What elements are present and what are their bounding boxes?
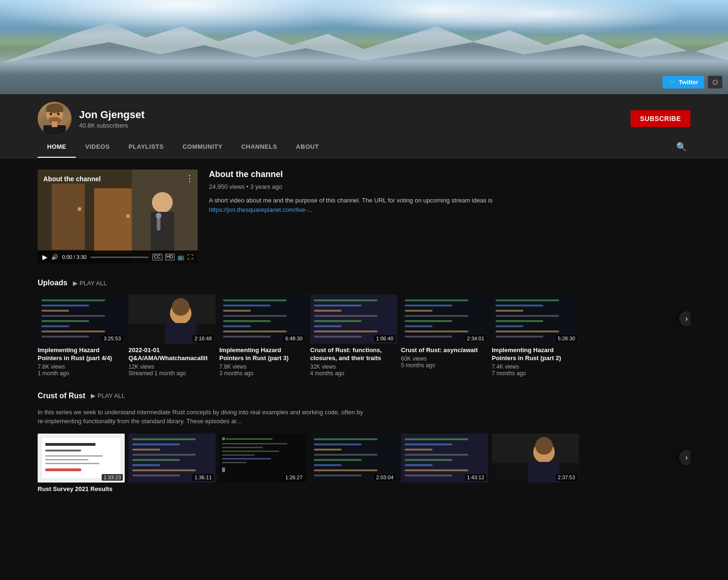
svg-rect-18 <box>132 169 198 264</box>
search-icon[interactable]: 🔍 <box>672 136 690 158</box>
video-views: 12K views <box>128 363 216 370</box>
video-thumbnail: 5:28:30 <box>492 295 579 344</box>
tab-community[interactable]: COMMUNITY <box>173 136 232 158</box>
crust-of-rust-title: Crust of Rust <box>38 392 85 400</box>
svg-rect-99 <box>314 449 342 451</box>
list-item[interactable]: 6:48:30 Implementing Hazard Pointers in … <box>219 295 306 377</box>
crust-play-all[interactable]: ▶ PLAY ALL <box>91 392 125 399</box>
airplay-button[interactable]: 📺 <box>177 254 184 260</box>
channel-identity: Jon Gjengset 40.8K subscribers <box>38 102 144 136</box>
channel-banner: 🐦 Twitter ⬡ <box>0 0 728 94</box>
video-thumbnail: 1:26:27 <box>219 434 306 483</box>
list-item[interactable]: 1:06:40 Crust of Rust: functions, closur… <box>310 295 397 377</box>
tab-videos[interactable]: VIDEOS <box>76 136 119 158</box>
list-item[interactable]: 3:25:53 Implementing Hazard Pointers in … <box>38 295 125 377</box>
svg-rect-110 <box>405 459 452 461</box>
video-thumbnail: 2:16:48 <box>128 295 216 344</box>
video-duration: 6:48:30 <box>283 335 304 342</box>
svg-rect-21 <box>41 305 89 306</box>
video-duration: 1:43:12 <box>465 474 486 481</box>
uploads-play-all[interactable]: ▶ PLAY ALL <box>73 280 107 287</box>
video-views: 7.4K views <box>492 363 579 370</box>
svg-rect-64 <box>496 315 559 317</box>
video-time: 0:00 / 3:30 <box>62 254 87 260</box>
tab-playlists[interactable]: PLAYLISTS <box>119 136 173 158</box>
list-item[interactable]: 2:16:48 2022-01-01 Q&A/AMA/Whatchamacall… <box>128 295 216 377</box>
svg-point-7 <box>57 113 60 115</box>
svg-point-118 <box>535 437 552 454</box>
featured-info: About the channel 24,950 views • 3 years… <box>209 169 690 264</box>
svg-rect-46 <box>314 315 377 317</box>
svg-rect-80 <box>132 449 160 451</box>
video-duration: 1:26:27 <box>283 474 304 481</box>
video-duration: 3:25:53 <box>102 335 123 342</box>
video-thumbnail: 3:25:53 <box>38 295 125 344</box>
svg-rect-66 <box>496 325 523 327</box>
svg-rect-108 <box>405 449 432 451</box>
video-thumbnail: 1:06:40 <box>310 295 397 344</box>
svg-rect-12 <box>94 188 132 254</box>
progress-bar[interactable] <box>90 257 149 258</box>
svg-rect-72 <box>45 450 81 451</box>
svg-rect-20 <box>41 299 105 301</box>
featured-age: 3 years ago <box>250 183 282 190</box>
fullscreen-button[interactable]: ⛶ <box>187 254 193 260</box>
video-age: 7 months ago <box>492 370 579 377</box>
list-item[interactable]: 2:03:04 <box>310 434 397 493</box>
svg-rect-22 <box>41 310 69 312</box>
svg-rect-37 <box>223 315 287 317</box>
video-duration: 5:28:30 <box>556 335 577 342</box>
svg-rect-87 <box>222 437 225 440</box>
list-item[interactable]: 1:26:27 <box>219 434 306 493</box>
list-item[interactable]: 1:43:12 <box>401 434 488 493</box>
tab-home[interactable]: HOME <box>38 136 76 158</box>
svg-rect-82 <box>132 459 180 461</box>
list-item[interactable]: 2:34:01 Crust of Rust: async/await 60K v… <box>401 295 488 377</box>
tab-about[interactable]: ABOUT <box>287 136 328 158</box>
video-menu-icon[interactable]: ⋮ <box>185 173 194 184</box>
discord-button[interactable]: ⬡ <box>708 76 722 89</box>
crust-next-button[interactable]: › <box>679 450 690 465</box>
featured-meta: 24,950 views • 3 years ago <box>209 183 690 190</box>
cc-button[interactable]: CC <box>152 254 162 260</box>
featured-section: About the channel ⋮ ▶ 🔊 0:00 / 3:30 CC H… <box>38 169 690 264</box>
svg-rect-106 <box>405 438 468 440</box>
tab-channels[interactable]: CHANNELS <box>232 136 287 158</box>
svg-rect-76 <box>45 468 81 471</box>
featured-description: A short video about me and the purpose o… <box>209 196 690 214</box>
svg-rect-85 <box>132 475 180 476</box>
svg-rect-93 <box>222 458 271 459</box>
svg-rect-2 <box>46 108 63 112</box>
video-title: Rust Survey 2021 Results <box>38 485 125 493</box>
video-duration: 2:37:53 <box>556 474 577 481</box>
featured-video-player[interactable]: About the channel ⋮ ▶ 🔊 0:00 / 3:30 CC H… <box>38 169 198 264</box>
play-button[interactable]: ▶ <box>42 253 48 261</box>
featured-link[interactable]: https://jon.thesquareplanet.com/live-... <box>209 206 312 213</box>
video-title: Implementing Hazard Pointers in Rust (pa… <box>492 346 579 362</box>
uploads-next-button[interactable]: › <box>679 311 690 326</box>
discord-icon: ⬡ <box>712 79 718 86</box>
list-item[interactable]: 5:28:30 Implementing Hazard Pointers in … <box>492 295 579 377</box>
avatar <box>38 102 72 136</box>
featured-video-title: About the channel <box>209 169 690 179</box>
subscribe-button[interactable]: SUBSCRIBE <box>631 110 690 127</box>
list-item[interactable]: 1:36:11 <box>128 434 216 493</box>
list-item[interactable]: 1:33:23 Rust Survey 2021 Results <box>38 434 125 493</box>
svg-rect-39 <box>223 325 251 327</box>
volume-button[interactable]: 🔊 <box>51 254 58 260</box>
video-views: 7.6K views <box>38 363 125 370</box>
list-item[interactable]: 2:37:53 <box>492 434 579 493</box>
video-title: Crust of Rust: async/await <box>401 346 488 354</box>
svg-rect-52 <box>405 299 468 301</box>
crust-of-rust-header: Crust of Rust ▶ PLAY ALL <box>38 392 690 400</box>
svg-rect-97 <box>314 438 377 440</box>
svg-rect-27 <box>41 336 89 338</box>
uploads-row-wrapper: 3:25:53 Implementing Hazard Pointers in … <box>38 295 690 392</box>
svg-rect-107 <box>405 443 452 445</box>
hd-button[interactable]: HD <box>165 254 175 260</box>
svg-rect-26 <box>41 330 105 332</box>
twitter-button[interactable]: 🐦 Twitter <box>663 76 704 89</box>
video-views: 7.8K views <box>219 363 306 370</box>
svg-rect-50 <box>314 336 361 338</box>
featured-views: 24,950 views <box>209 183 245 190</box>
